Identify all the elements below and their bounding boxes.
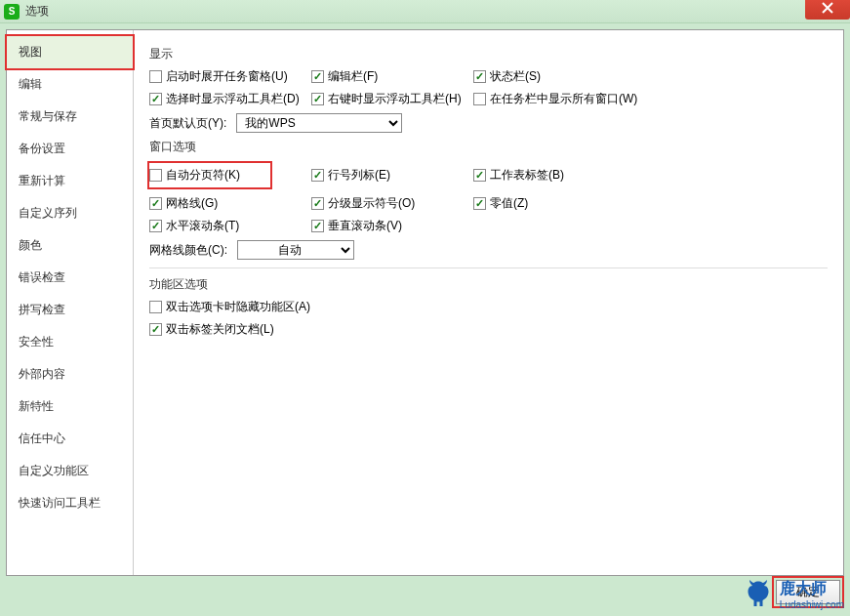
checkbox-show-all-taskbar[interactable]: 在任务栏中显示所有窗口(W) xyxy=(473,91,637,107)
sidebar-item-8[interactable]: 拼写检查 xyxy=(7,294,133,326)
checkbox-float-toolbar-rightclick[interactable]: 右键时显示浮动工具栏(H) xyxy=(311,91,462,107)
section-title-window: 窗口选项 xyxy=(149,139,828,155)
ok-button[interactable]: 确定 xyxy=(776,580,840,604)
default-page-select[interactable]: 我的WPS xyxy=(236,113,402,133)
sidebar-item-5[interactable]: 自定义序列 xyxy=(7,197,133,229)
app-icon: S xyxy=(4,4,20,20)
sidebar-item-12[interactable]: 信任中心 xyxy=(7,423,133,455)
gridline-color-select[interactable]: 自动 xyxy=(237,240,354,260)
main-panel: 视图编辑常规与保存备份设置重新计算自定义序列颜色错误检查拼写检查安全性外部内容新… xyxy=(6,29,844,576)
checkbox-sheet-tabs[interactable]: 工作表标签(B) xyxy=(473,167,564,184)
checkbox-zero-values[interactable]: 零值(Z) xyxy=(473,195,528,212)
sidebar: 视图编辑常规与保存备份设置重新计算自定义序列颜色错误检查拼写检查安全性外部内容新… xyxy=(7,30,134,575)
sidebar-item-3[interactable]: 备份设置 xyxy=(7,133,133,165)
gridline-color-label: 网格线颜色(C): xyxy=(149,242,227,259)
checkbox-float-toolbar-select[interactable]: 选择时显示浮动工具栏(D) xyxy=(149,91,300,107)
checkbox-outline-symbols[interactable]: 分级显示符号(O) xyxy=(311,195,415,212)
checkbox-edit-bar[interactable]: 编辑栏(F) xyxy=(311,68,378,85)
sidebar-item-6[interactable]: 颜色 xyxy=(7,229,133,262)
checkbox-startup-taskpane[interactable]: 启动时展开任务窗格(U) xyxy=(149,68,288,85)
close-button[interactable] xyxy=(805,0,850,20)
checkbox-row-col-header[interactable]: 行号列标(E) xyxy=(311,167,390,184)
checkbox-dblclick-hide-ribbon[interactable]: 双击选项卡时隐藏功能区(A) xyxy=(149,299,310,315)
sidebar-item-7[interactable]: 错误检查 xyxy=(7,262,133,294)
section-title-ribbon: 功能区选项 xyxy=(149,276,828,293)
close-icon xyxy=(822,2,833,14)
sidebar-item-10[interactable]: 外部内容 xyxy=(7,358,133,390)
default-page-label: 首页默认页(Y): xyxy=(149,115,226,132)
content-area: 显示 启动时展开任务窗格(U) 编辑栏(F) 状态栏(S) 选择时显示浮动工具栏… xyxy=(134,30,843,575)
sidebar-item-2[interactable]: 常规与保存 xyxy=(7,101,133,133)
checkbox-dblclick-close-tab[interactable]: 双击标签关闭文档(L) xyxy=(149,321,274,338)
window-title: 选项 xyxy=(25,3,49,20)
sidebar-item-0[interactable]: 视图 xyxy=(5,34,135,70)
sidebar-item-13[interactable]: 自定义功能区 xyxy=(7,455,133,487)
checkbox-auto-page-break[interactable]: 自动分页符(K) xyxy=(149,167,240,184)
sidebar-item-1[interactable]: 编辑 xyxy=(7,68,133,101)
separator xyxy=(149,267,828,268)
titlebar: S 选项 xyxy=(0,0,850,23)
sidebar-item-11[interactable]: 新特性 xyxy=(7,390,133,423)
sidebar-item-4[interactable]: 重新计算 xyxy=(7,165,133,197)
sidebar-item-14[interactable]: 快速访问工具栏 xyxy=(7,487,133,519)
checkbox-v-scrollbar[interactable]: 垂直滚动条(V) xyxy=(311,218,402,234)
bottom-bar: 确定 xyxy=(772,576,844,608)
deer-icon xyxy=(741,577,776,612)
checkbox-h-scrollbar[interactable]: 水平滚动条(T) xyxy=(149,218,239,234)
checkbox-status-bar[interactable]: 状态栏(S) xyxy=(473,68,541,85)
checkbox-gridlines[interactable]: 网格线(G) xyxy=(149,195,218,212)
highlight-auto-page-break: 自动分页符(K) xyxy=(147,161,272,189)
section-title-display: 显示 xyxy=(149,46,828,62)
sidebar-item-9[interactable]: 安全性 xyxy=(7,326,133,358)
ok-button-highlight: 确定 xyxy=(772,576,844,608)
